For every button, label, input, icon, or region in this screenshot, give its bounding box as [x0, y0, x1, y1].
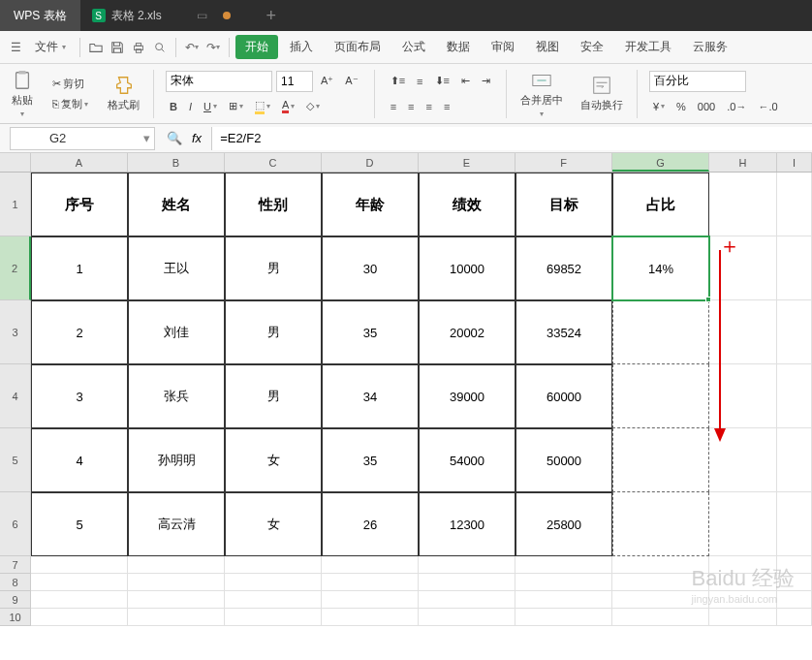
cell[interactable] [31, 556, 128, 574]
file-menu[interactable]: 文件▾ [27, 39, 74, 55]
cell[interactable]: 54000 [419, 428, 515, 492]
align-center-button[interactable]: ≡ [404, 99, 418, 114]
cell[interactable] [612, 556, 709, 574]
cell[interactable] [709, 609, 777, 626]
cell[interactable] [709, 428, 777, 492]
copy-button[interactable]: ⎘复制▾ [48, 95, 92, 113]
align-right-button[interactable]: ≡ [422, 99, 436, 114]
cell[interactable]: 4 [31, 428, 128, 492]
align-middle-button[interactable]: ≡ [413, 74, 426, 89]
currency-button[interactable]: ¥▾ [649, 99, 669, 114]
italic-button[interactable]: I [185, 99, 196, 114]
row-header[interactable]: 1 [0, 173, 31, 236]
cell[interactable]: 10000 [419, 236, 515, 300]
cell[interactable]: 高云清 [128, 492, 225, 556]
spreadsheet-grid[interactable]: A B C D E F G H I 1序号姓名性别年龄绩效目标占比21王以男30… [0, 153, 812, 626]
increase-decimal-button[interactable]: .0→ [723, 99, 750, 114]
row-header[interactable]: 2 [0, 236, 31, 300]
cell[interactable] [128, 609, 225, 626]
cell[interactable] [612, 300, 709, 364]
cell[interactable]: 25800 [515, 492, 612, 556]
cell[interactable] [612, 492, 709, 556]
increase-font-button[interactable]: A⁺ [317, 73, 337, 89]
autowrap-button[interactable]: 自动换行 [575, 73, 629, 114]
cell[interactable]: 男 [225, 300, 322, 364]
new-tab-button[interactable]: + [260, 4, 283, 27]
cell[interactable] [128, 556, 225, 574]
cell[interactable] [419, 609, 515, 626]
cell[interactable]: 孙明明 [128, 428, 225, 492]
tab-view[interactable]: 视图 [526, 35, 569, 59]
cell[interactable] [709, 574, 777, 591]
format-painter-button[interactable]: 格式刷 [102, 73, 145, 114]
font-size-select[interactable] [276, 71, 313, 92]
row-header[interactable]: 7 [0, 556, 31, 574]
col-header-f[interactable]: F [515, 153, 612, 172]
cell[interactable] [612, 591, 709, 609]
cell[interactable] [515, 556, 612, 574]
cell[interactable]: 男 [225, 236, 322, 300]
hamburger-icon[interactable]: ☰ [6, 38, 25, 57]
cell[interactable] [419, 574, 515, 591]
file-tab[interactable]: S 表格 2.xls ▭ [80, 0, 252, 31]
merge-center-button[interactable]: 合并居中▾ [515, 68, 569, 120]
cell[interactable] [515, 609, 612, 626]
cell[interactable] [322, 556, 419, 574]
cell[interactable]: 33524 [515, 300, 612, 364]
cell[interactable]: 50000 [515, 428, 612, 492]
cell[interactable] [777, 556, 812, 574]
name-box[interactable]: G2 ▾ [10, 127, 155, 150]
decrease-font-button[interactable]: A⁻ [341, 73, 361, 89]
decrease-decimal-button[interactable]: ←.0 [754, 99, 781, 114]
row-header[interactable]: 4 [0, 364, 31, 428]
row-header[interactable]: 9 [0, 591, 31, 609]
cell[interactable]: 女 [225, 428, 322, 492]
cell[interactable] [777, 591, 812, 609]
cell[interactable]: 12300 [419, 492, 515, 556]
cell[interactable] [419, 591, 515, 609]
cell[interactable] [709, 591, 777, 609]
cell[interactable] [225, 556, 322, 574]
tab-data[interactable]: 数据 [437, 35, 480, 59]
cell[interactable]: 王以 [128, 236, 225, 300]
row-header[interactable]: 3 [0, 300, 31, 364]
tab-developer[interactable]: 开发工具 [615, 35, 681, 59]
select-all-corner[interactable] [0, 153, 31, 172]
cell[interactable]: 5 [31, 492, 128, 556]
cell[interactable] [709, 364, 777, 428]
cell[interactable]: 39000 [419, 364, 515, 428]
cell[interactable] [515, 574, 612, 591]
cell[interactable] [515, 591, 612, 609]
tab-insert[interactable]: 插入 [280, 35, 323, 59]
cell[interactable]: 20002 [419, 300, 515, 364]
cell[interactable]: 34 [322, 364, 419, 428]
cell[interactable]: 35 [322, 300, 419, 364]
underline-button[interactable]: U▾ [200, 99, 221, 114]
cell[interactable]: 绩效 [419, 173, 515, 236]
cell[interactable] [709, 236, 777, 300]
cell[interactable] [777, 300, 812, 364]
clear-format-button[interactable]: ◇▾ [302, 98, 324, 114]
cell[interactable] [612, 364, 709, 428]
cut-button[interactable]: ✂剪切 [48, 75, 92, 93]
fill-color-button[interactable]: ⬚▾ [251, 97, 274, 116]
cell[interactable]: 2 [31, 300, 128, 364]
cell[interactable] [777, 236, 812, 300]
tab-cloud[interactable]: 云服务 [683, 35, 737, 59]
cell[interactable]: 占比 [612, 173, 709, 236]
cell[interactable] [777, 428, 812, 492]
cell[interactable]: 张兵 [128, 364, 225, 428]
col-header-i[interactable]: I [777, 153, 812, 172]
col-header-g[interactable]: G [612, 153, 709, 172]
cell[interactable] [225, 609, 322, 626]
open-icon[interactable] [86, 38, 106, 57]
cell[interactable]: 14% [612, 236, 709, 300]
paste-button[interactable]: 粘贴▾ [6, 68, 39, 120]
cell[interactable] [225, 574, 322, 591]
cell[interactable]: 目标 [515, 173, 612, 236]
save-icon[interactable] [108, 38, 127, 57]
cell[interactable] [31, 591, 128, 609]
cell[interactable] [777, 364, 812, 428]
monitor-icon[interactable]: ▭ [197, 9, 207, 22]
cell[interactable] [31, 609, 128, 626]
